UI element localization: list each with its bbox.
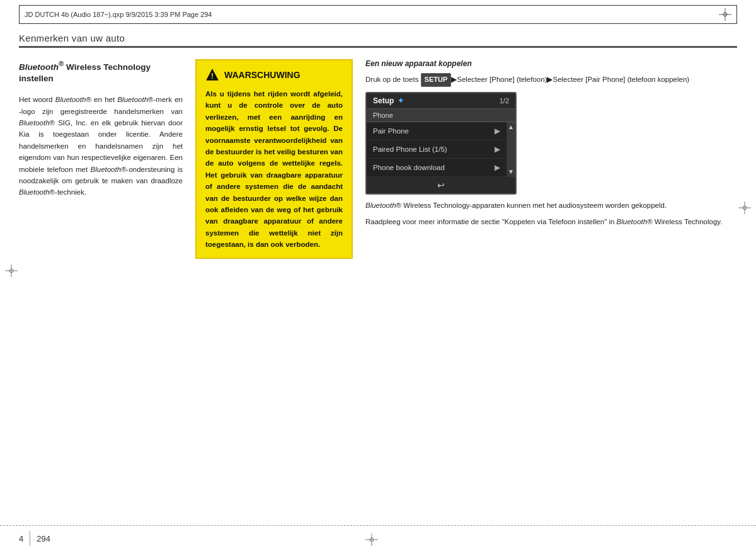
phonebook-arrow: ▶ [495,163,500,172]
page-num: 294 [37,534,50,543]
warning-column: ! WAARSCHUWING Als u tijdens het rijden … [195,59,353,259]
warning-triangle-icon: ! [205,68,219,82]
paired-list-label: Paired Phone List (1/5) [373,145,447,153]
right-intro: Druk op de toets SETUP▶Selecteer [Phone]… [365,73,737,87]
bluetooth-ref3: Bluetooth [617,218,648,225]
setup-page-num: 1/2 [500,97,509,105]
left-title: Bluetooth® Wireless Technology instellen [19,59,183,85]
right-body3: Raadpleeg voor meer informatie de sectie… [365,216,737,227]
setup-button-label: SETUP [421,73,452,87]
setup-title-text: Setup [373,96,394,105]
bluetooth-ref2: Bluetooth [365,202,396,209]
crosshair-bottom-center [365,533,378,546]
footer-area: 4 294 [0,525,756,551]
crosshair-left [5,264,18,277]
warning-body: Als u tijdens het rijden wordt afgeleid,… [205,88,343,250]
setup-subheader: Phone [367,109,515,122]
section-heading-text: Kenmerken van uw auto [19,33,125,43]
setup-screen-header: Setup ✦ 1/2 [367,93,515,109]
page-header: JD DUTCH 4b (Audio 187~).qxp 9/9/2015 3:… [19,5,737,24]
setup-title: Setup ✦ [373,96,404,105]
section-heading: Kenmerken van uw auto [19,33,737,48]
paired-list-arrow: ▶ [495,145,500,154]
right-column: Een nieuw apparaat koppelen Druk op de t… [365,59,737,259]
warning-box: ! WAARSCHUWING Als u tijdens het rijden … [195,59,353,259]
page-number: 4 294 [19,531,50,546]
crosshair-right [738,202,751,214]
main-content: Bluetooth® Wireless Technology instellen… [19,59,737,259]
crosshair-top-right [719,8,731,21]
setup-item-paired-list[interactable]: Paired Phone List (1/5) ▶ [367,140,507,159]
back-button[interactable]: ↩ [437,180,445,190]
left-column: Bluetooth® Wireless Technology instellen… [19,59,183,259]
scrollbar-track: ▲ ▼ [507,122,515,177]
setup-item-pair-phone[interactable]: Pair Phone ▶ [367,122,507,140]
setup-items-list: Pair Phone ▶ Paired Phone List (1/5) ▶ P… [367,122,507,177]
pair-phone-label: Pair Phone [373,127,409,135]
left-body: Het woord Bluetooth® en het Bluetooth®-m… [19,94,183,198]
setup-items-container: Pair Phone ▶ Paired Phone List (1/5) ▶ P… [367,122,515,177]
bluetooth-icon: ✦ [398,96,404,105]
svg-text:!: ! [211,72,214,81]
scrollbar-down[interactable]: ▼ [508,169,514,175]
pair-phone-arrow: ▶ [495,127,500,135]
page-section: 4 [19,534,23,543]
phonebook-label: Phone book download [373,164,445,171]
right-body2: Bluetooth® Wireless Technology-apparaten… [365,200,737,211]
setup-screen: Setup ✦ 1/2 Phone Pair Phone ▶ Paired Ph… [365,92,517,195]
bluetooth-brand: Bluetooth [19,62,59,72]
right-section-title: Een nieuw apparaat koppelen [365,59,737,68]
warning-title: ! WAARSCHUWING [205,68,343,82]
setup-footer: ↩ [367,177,515,193]
page-divider [30,531,30,546]
warning-title-text: WAARSCHUWING [224,70,301,80]
header-text: JD DUTCH 4b (Audio 187~).qxp 9/9/2015 3:… [25,11,212,18]
setup-item-phonebook[interactable]: Phone book download ▶ [367,159,507,177]
scrollbar-up[interactable]: ▲ [508,124,514,130]
